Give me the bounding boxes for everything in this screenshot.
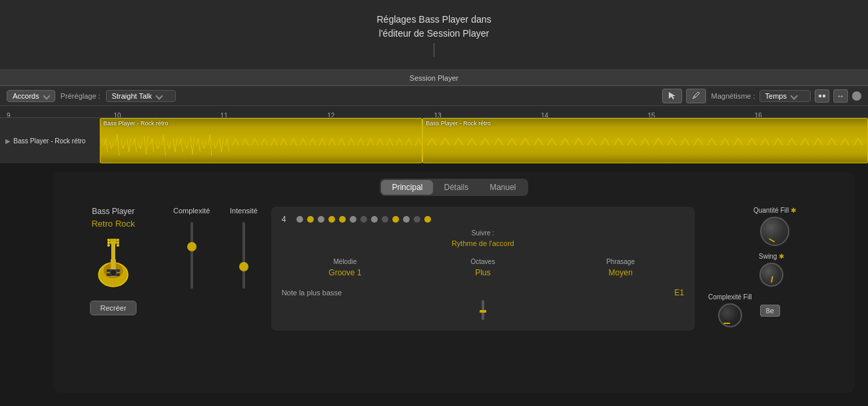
params-grid: Mélodie Groove 1 Octaves Plus Phrasage M… — [282, 258, 684, 277]
phrasage-param: Phrasage Moyen — [557, 258, 684, 277]
complexite-slider-thumb[interactable] — [187, 242, 197, 251]
pencil-tool-button[interactable] — [686, 89, 706, 103]
pattern-dot-5[interactable] — [339, 216, 346, 223]
svg-line-42 — [214, 142, 216, 149]
swing-knob[interactable] — [759, 263, 783, 287]
magnetism-select[interactable]: Temps — [759, 90, 811, 102]
svg-marker-0 — [669, 92, 675, 99]
stretch-button[interactable]: ↔ — [833, 89, 848, 103]
complexity-fill-row: Complexité Fill 8e — [708, 293, 841, 327]
cursor-tool-button[interactable] — [662, 89, 682, 103]
pattern-dot-10[interactable] — [392, 216, 399, 223]
pattern-dot-4[interactable] — [328, 216, 335, 223]
intensite-slider-thumb[interactable] — [239, 262, 248, 271]
track-waveform-1 — [101, 128, 422, 163]
snap-button[interactable] — [815, 89, 829, 103]
toolbar-center — [662, 89, 706, 103]
swing-icon: ✱ — [779, 253, 784, 260]
dot-button[interactable] — [852, 91, 861, 101]
quantite-fill-knob[interactable] — [760, 217, 789, 246]
svg-line-28 — [173, 139, 175, 153]
pattern-dot-7[interactable] — [360, 216, 367, 223]
ruler-mark-13: 13 — [434, 112, 442, 119]
svg-line-22 — [156, 142, 158, 149]
right-section: Quantité Fill ✱ Swing ✱ — [708, 207, 841, 331]
ruler-mark-16: 16 — [755, 112, 762, 119]
suivre-value[interactable]: Rythme de l'accord — [282, 239, 684, 247]
tab-details[interactable]: Détails — [433, 180, 479, 195]
be-badge[interactable]: 8e — [760, 305, 780, 317]
svg-point-53 — [107, 239, 110, 241]
octaves-param: Octaves Plus — [419, 258, 546, 277]
pattern-dot-2[interactable] — [307, 216, 314, 223]
pattern-dot-6[interactable] — [350, 216, 356, 223]
swing-label: Swing ✱ — [759, 253, 784, 260]
pattern-dot-12[interactable] — [414, 216, 420, 223]
swing-knob-row: Swing ✱ — [708, 253, 841, 287]
svg-line-5 — [106, 139, 108, 153]
tooltip-area: Réglages Bass Player dans l'éditeur de S… — [0, 0, 868, 70]
note-slider[interactable] — [482, 300, 484, 320]
melodie-label: Mélodie — [334, 258, 357, 265]
note-slider-thumb[interactable] — [480, 310, 486, 313]
suivre-container: Suivre : Rythme de l'accord — [282, 229, 684, 247]
complexite-fill-knob[interactable] — [718, 303, 742, 327]
note-lowest-value: E1 — [674, 288, 684, 297]
complexite-fill-knob-indicator — [723, 323, 730, 324]
recreate-button[interactable]: Recréer — [90, 301, 136, 315]
accords-button[interactable]: Accords — [7, 90, 55, 102]
track-block-1-label: Bass Player - Rock rétro — [101, 119, 422, 128]
quantite-fill-knob-item: Quantité Fill ✱ — [708, 207, 841, 246]
pattern-dot-11[interactable] — [403, 216, 410, 223]
svg-line-34 — [191, 136, 193, 154]
pattern-dot-3[interactable] — [318, 216, 324, 223]
pattern-dot-8[interactable] — [371, 216, 378, 223]
track-expand-button[interactable]: ▶ — [5, 137, 11, 145]
tab-principal[interactable]: Principal — [381, 180, 433, 195]
pattern-dot-9[interactable] — [382, 216, 388, 223]
editor-panel: Principal Détails Manuel Bass Player Ret… — [53, 172, 855, 393]
toolbar-left: Accords Préréglage : Straight Talk — [7, 90, 657, 102]
pattern-dot-1[interactable] — [296, 216, 303, 223]
octaves-value[interactable]: Plus — [475, 268, 490, 277]
magnetism-chevron-icon — [790, 92, 797, 99]
track-content[interactable]: Bass Player - Rock rétro — [100, 118, 868, 163]
svg-line-10 — [121, 142, 123, 149]
track-block-2[interactable]: Bass Player - Rock rétro — [422, 118, 868, 163]
phrasage-label: Phrasage — [606, 258, 635, 265]
track-block-1[interactable]: Bass Player - Rock rétro — [100, 118, 422, 163]
svg-line-16 — [139, 142, 141, 149]
svg-line-17 — [141, 142, 143, 149]
svg-line-36 — [197, 139, 199, 145]
svg-line-15 — [135, 139, 137, 153]
pattern-dot-13[interactable] — [424, 216, 431, 223]
tab-manuel[interactable]: Manuel — [479, 180, 526, 195]
ruler-mark-14: 14 — [541, 112, 548, 119]
svg-line-25 — [164, 135, 166, 155]
ruler-mark-15: 15 — [648, 112, 655, 119]
complexite-label: Complexité — [173, 207, 210, 215]
svg-line-47 — [227, 139, 229, 153]
svg-point-58 — [117, 244, 119, 247]
center-section: 4 Suivre : Rythme de l'accord — [271, 207, 695, 331]
svg-line-26 — [167, 142, 169, 149]
track-name: Bass Player - Rock rétro — [13, 137, 85, 145]
svg-line-39 — [204, 142, 206, 149]
guitar-icon[interactable] — [83, 234, 143, 294]
intensite-slider-track[interactable] — [242, 222, 245, 289]
tooltip-text: Réglages Bass Player dans l'éditeur de S… — [377, 13, 492, 41]
svg-line-18 — [145, 136, 147, 154]
octaves-label: Octaves — [470, 258, 495, 265]
pattern-number: 4 — [282, 215, 292, 224]
toolbar-right: Magnétisme : Temps ↔ — [711, 89, 861, 103]
svg-line-19 — [146, 136, 148, 154]
svg-line-12 — [127, 139, 129, 153]
note-lowest-row: Note la plus basse E1 — [282, 288, 684, 297]
quantite-fill-icon: ✱ — [791, 207, 796, 214]
bass-player-title: Bass Player — [92, 207, 135, 216]
preset-select[interactable]: Straight Talk — [106, 90, 176, 102]
phrasage-value[interactable]: Moyen — [609, 268, 633, 277]
complexite-slider-track[interactable] — [191, 222, 193, 289]
melodie-value[interactable]: Groove 1 — [328, 268, 361, 277]
svg-point-64 — [110, 269, 117, 276]
